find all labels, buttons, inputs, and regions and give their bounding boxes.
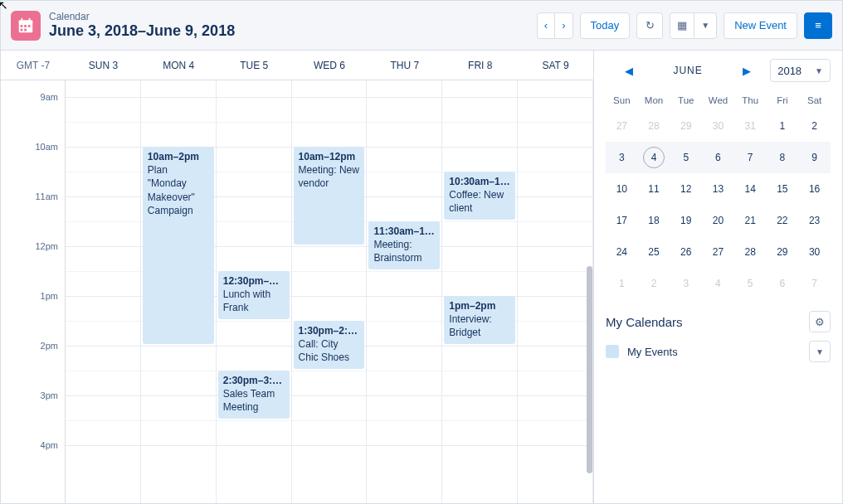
mini-day-cell[interactable]: 4: [638, 142, 670, 173]
mini-day-cell[interactable]: 3: [606, 142, 638, 173]
day-column[interactable]: 10:30am–11:30amCoffee: New client1pm–2pm…: [442, 80, 518, 504]
prev-button[interactable]: ‹: [538, 13, 554, 38]
calendar-app-icon: [11, 11, 41, 41]
mini-day-cell[interactable]: 2: [798, 110, 831, 142]
mini-next-button[interactable]: ▶: [736, 61, 758, 80]
mini-prev-button[interactable]: ◀: [618, 61, 640, 80]
next-button[interactable]: ›: [554, 13, 572, 38]
mini-day-cell[interactable]: 30: [798, 236, 831, 268]
today-button[interactable]: Today: [580, 12, 631, 39]
year-select[interactable]: 2018 ▼: [770, 59, 831, 82]
svg-rect-3: [24, 25, 27, 27]
mini-day-cell[interactable]: 2: [638, 268, 670, 299]
mini-day-cell[interactable]: 28: [638, 110, 670, 142]
calendar-event[interactable]: 1pm–2pmInterview: Bridget: [444, 296, 515, 344]
mini-dow: Thu: [734, 90, 767, 110]
calendar-icon: ▦: [677, 19, 687, 32]
svg-rect-4: [28, 25, 31, 27]
mini-day-cell[interactable]: 6: [702, 142, 734, 173]
mini-day-cell[interactable]: 8: [767, 142, 799, 173]
day-column[interactable]: [518, 80, 593, 504]
mini-dow: Mon: [638, 90, 670, 110]
mini-day-cell[interactable]: 18: [638, 205, 670, 236]
day-header: SAT 9: [518, 51, 593, 80]
mini-day-cell[interactable]: 9: [798, 142, 831, 173]
calendar-menu-button[interactable]: ▼: [809, 341, 831, 362]
calendar-event[interactable]: 1:30pm–2:30pmCall: City Chic Shoes: [294, 321, 365, 369]
mini-day-cell[interactable]: 31: [734, 110, 767, 142]
gear-icon: ⚙: [815, 316, 825, 328]
mini-day-cell[interactable]: 15: [767, 173, 799, 205]
day-column[interactable]: 11:30am–12:30pmMeeting: Brainstorm: [367, 80, 442, 504]
calendar-event[interactable]: 10am–2pmPlan "Monday Makeover" Campaign: [143, 147, 214, 344]
mini-day-cell[interactable]: 12: [670, 173, 702, 205]
header-bar: Calendar June 3, 2018–June 9, 2018 ‹ › T…: [1, 1, 842, 51]
event-title: Meeting: Brainstorm: [373, 239, 422, 264]
new-event-button[interactable]: New Event: [724, 12, 797, 39]
mini-day-cell[interactable]: 1: [767, 110, 799, 142]
event-time: 2:30pm–3:30pm: [223, 374, 285, 387]
mini-day-cell[interactable]: 30: [702, 110, 734, 142]
mini-day-cell[interactable]: 24: [606, 236, 638, 268]
mini-day-cell[interactable]: 5: [670, 142, 702, 173]
mini-day-cell[interactable]: 23: [798, 205, 831, 236]
event-title: Call: City Chic Shoes: [299, 338, 349, 363]
mini-day-cell[interactable]: 19: [670, 205, 702, 236]
mini-day-cell[interactable]: 1: [606, 268, 638, 299]
day-column[interactable]: 10am–12pmMeeting: New vendor1:30pm–2:30p…: [292, 80, 368, 504]
mini-day-cell[interactable]: 20: [702, 205, 734, 236]
sidebar: ◀ JUNE ▶ 2018 ▼ SunMonTueWedThuFriSat272…: [593, 51, 842, 504]
mini-day-cell[interactable]: 3: [670, 268, 702, 299]
mini-day-cell[interactable]: 22: [767, 205, 799, 236]
mini-day-cell[interactable]: 6: [767, 268, 799, 299]
mini-day-cell[interactable]: 4: [702, 268, 734, 299]
mini-day-cell[interactable]: 5: [734, 268, 767, 299]
day-header: THU 7: [367, 51, 442, 80]
mini-day-cell[interactable]: 17: [606, 205, 638, 236]
mini-day-cell[interactable]: 16: [798, 173, 831, 205]
calendar-event[interactable]: 10:30am–11:30amCoffee: New client: [444, 172, 515, 220]
day-column[interactable]: 10am–2pmPlan "Monday Makeover" Campaign: [141, 80, 217, 504]
view-switch[interactable]: ▦ ▼: [670, 12, 717, 39]
mini-day-cell[interactable]: 14: [734, 173, 767, 205]
day-column[interactable]: [66, 80, 141, 504]
timezone-label: GMT -7: [1, 51, 66, 80]
mini-day-cell[interactable]: 26: [670, 236, 702, 268]
app-label: Calendar: [49, 11, 235, 22]
grid-scroll[interactable]: 9am10am11am12pm1pm2pm3pm4pm 10am–2pmPlan…: [1, 80, 593, 504]
mini-day-cell[interactable]: 21: [734, 205, 767, 236]
mini-day-cell[interactable]: 7: [798, 268, 831, 299]
event-time: 10am–12pm: [299, 150, 360, 163]
calendar-settings-button[interactable]: ⚙: [809, 311, 831, 332]
mini-day-cell[interactable]: 13: [702, 173, 734, 205]
mini-day-cell[interactable]: 11: [638, 173, 670, 205]
event-time: 1pm–2pm: [449, 299, 510, 313]
calendar-event[interactable]: 2:30pm–3:30pmSales Team Meeting: [218, 371, 290, 419]
panel-icon: ≡: [815, 19, 821, 32]
scrollbar-thumb[interactable]: [587, 266, 592, 473]
mini-day-cell[interactable]: 29: [670, 110, 702, 142]
mini-month-label: JUNE: [673, 65, 702, 76]
mini-day-cell[interactable]: 10: [606, 173, 638, 205]
svg-rect-2: [21, 25, 23, 27]
hour-label: 10am: [35, 142, 58, 152]
day-header-row: GMT -7 SUN 3MON 4TUE 5WED 6THU 7FRI 8SAT…: [1, 51, 593, 80]
mini-day-cell[interactable]: 7: [734, 142, 767, 173]
hour-label: 11am: [35, 191, 58, 201]
calendar-event[interactable]: 10am–12pmMeeting: New vendor: [294, 147, 365, 245]
week-view: GMT -7 SUN 3MON 4TUE 5WED 6THU 7FRI 8SAT…: [1, 51, 593, 504]
calendar-event[interactable]: 12:30pm–1:30pmLunch with Frank: [218, 271, 290, 319]
side-panel-toggle[interactable]: ≡: [804, 12, 832, 39]
day-header: MON 4: [141, 51, 217, 80]
mini-day-cell[interactable]: 27: [606, 110, 638, 142]
mini-day-cell[interactable]: 27: [702, 236, 734, 268]
calendar-event[interactable]: 11:30am–12:30pmMeeting: Brainstorm: [368, 221, 440, 269]
mini-day-cell[interactable]: 25: [638, 236, 670, 268]
event-title: Interview: Bridget: [449, 313, 491, 338]
calendar-list-item[interactable]: My Events▼: [606, 341, 831, 362]
calendar-color-swatch: [606, 345, 619, 358]
refresh-button[interactable]: ↻: [636, 12, 663, 39]
day-column[interactable]: 12:30pm–1:30pmLunch with Frank2:30pm–3:3…: [217, 80, 292, 504]
mini-day-cell[interactable]: 28: [734, 236, 767, 268]
mini-day-cell[interactable]: 29: [767, 236, 799, 268]
